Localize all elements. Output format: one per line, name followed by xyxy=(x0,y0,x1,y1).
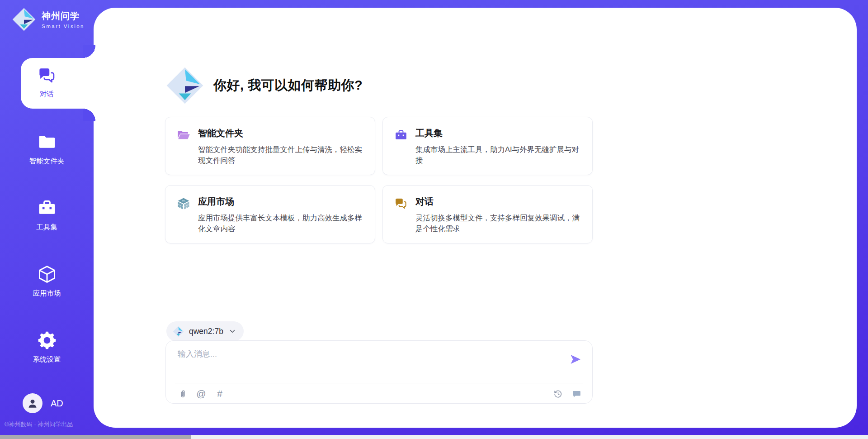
gear-icon xyxy=(37,330,57,350)
brand-text: 神州问学 Smart Vision xyxy=(42,10,85,29)
sidebar-item-label: 系统设置 xyxy=(33,355,61,364)
card-body: 对话 灵活切换多模型文件，支持多样回复效果调试，满足个性化需求 xyxy=(415,196,581,243)
attachment-button[interactable] xyxy=(178,389,188,399)
sidebar: 神州问学 Smart Vision 对话 智能文件夹 工具集 应用市场 系统设置 xyxy=(0,0,94,439)
active-tab-fillet-top xyxy=(83,45,95,58)
chevron-down-icon xyxy=(228,327,236,335)
card-title: 工具集 xyxy=(415,127,581,139)
app-root: 神州问学 Smart Vision 对话 智能文件夹 工具集 应用市场 系统设置 xyxy=(0,0,868,439)
composer-tools-left: @ # xyxy=(178,389,225,399)
sidebar-item-label: 应用市场 xyxy=(33,289,61,298)
brand-subtitle: Smart Vision xyxy=(42,24,85,29)
chat-bubble-icon xyxy=(572,389,581,399)
logo-diamond-icon xyxy=(12,7,36,32)
card-description: 灵活切换多模型文件，支持多样回复效果调试，满足个性化需求 xyxy=(415,212,581,234)
history-icon xyxy=(553,389,563,399)
chat-bubble-button[interactable] xyxy=(571,389,581,399)
brand-logo: 神州问学 Smart Vision xyxy=(12,7,85,32)
person-icon xyxy=(27,397,38,409)
toolbox-icon xyxy=(37,198,57,218)
sidebar-item-toolset[interactable]: 工具集 xyxy=(0,198,94,232)
toolbox-icon xyxy=(394,129,408,142)
sidebar-item-smart-folder[interactable]: 智能文件夹 xyxy=(0,132,94,166)
logo-diamond-icon xyxy=(173,326,184,337)
attachment-icon xyxy=(178,389,188,399)
folder-icon xyxy=(37,132,57,152)
hashtag-icon: # xyxy=(217,388,222,399)
send-icon xyxy=(569,353,582,366)
folder-open-icon xyxy=(177,129,190,142)
avatar xyxy=(23,393,42,413)
history-button[interactable] xyxy=(553,389,563,399)
card-description: 应用市场提供丰富长文本模板，助力高效生成多样化文章内容 xyxy=(198,212,364,234)
card-smart-folder[interactable]: 智能文件夹 智能文件夹功能支持批量文件上传与清洗，轻松实现文件问答 xyxy=(165,117,375,175)
cube-icon xyxy=(37,264,57,284)
composer-tools-right xyxy=(553,389,581,399)
sidebar-item-chat[interactable]: 对话 xyxy=(0,66,94,99)
mention-icon: @ xyxy=(196,388,206,399)
card-toolset[interactable]: 工具集 集成市场上主流工具，助力AI与外界无缝扩展与对接 xyxy=(382,117,593,175)
card-body: 应用市场 应用市场提供丰富长文本模板，助力高效生成多样化文章内容 xyxy=(198,196,364,243)
greeting-text: 你好, 我可以如何帮助你? xyxy=(213,76,363,95)
composer-toolbar: @ # xyxy=(178,389,581,399)
message-composer: @ # xyxy=(165,340,593,404)
sidebar-item-app-market[interactable]: 应用市场 xyxy=(0,264,94,298)
copyright-text: ©神州数码 · 神州问学出品 xyxy=(5,420,73,429)
card-body: 工具集 集成市场上主流工具，助力AI与外界无缝扩展与对接 xyxy=(415,127,581,175)
user-initials: AD xyxy=(51,398,63,409)
feature-cards: 智能文件夹 智能文件夹功能支持批量文件上传与清洗，轻松实现文件问答 工具集 集成… xyxy=(165,117,593,243)
sidebar-item-label: 工具集 xyxy=(36,223,57,232)
message-input[interactable] xyxy=(178,348,562,375)
cube-grid-icon xyxy=(177,197,190,210)
horizontal-scrollbar[interactable] xyxy=(0,435,868,439)
model-name: qwen2:7b xyxy=(189,327,223,336)
active-tab-fillet-bottom xyxy=(83,109,95,121)
card-body: 智能文件夹 智能文件夹功能支持批量文件上传与清洗，轻松实现文件问答 xyxy=(198,127,364,175)
chat-icon xyxy=(394,197,408,210)
mention-button[interactable]: @ xyxy=(196,389,206,399)
greeting-block: 你好, 我可以如何帮助你? xyxy=(165,66,363,105)
hashtag-button[interactable]: # xyxy=(215,389,225,399)
card-description: 集成市场上主流工具，助力AI与外界无缝扩展与对接 xyxy=(415,144,581,166)
chat-icon xyxy=(38,66,57,85)
card-chat[interactable]: 对话 灵活切换多模型文件，支持多样回复效果调试，满足个性化需求 xyxy=(382,185,593,243)
sidebar-item-system-settings[interactable]: 系统设置 xyxy=(0,330,94,364)
user-profile[interactable]: AD xyxy=(23,393,63,413)
card-title: 智能文件夹 xyxy=(198,127,364,139)
card-title: 应用市场 xyxy=(198,196,364,208)
sidebar-item-label: 智能文件夹 xyxy=(29,157,65,166)
card-description: 智能文件夹功能支持批量文件上传与清洗，轻松实现文件问答 xyxy=(198,144,364,166)
composer-divider xyxy=(175,383,583,383)
model-selector[interactable]: qwen2:7b xyxy=(166,321,244,341)
card-title: 对话 xyxy=(415,196,581,208)
send-button[interactable] xyxy=(569,353,582,366)
card-app-market[interactable]: 应用市场 应用市场提供丰富长文本模板，助力高效生成多样化文章内容 xyxy=(165,185,375,243)
brand-name: 神州问学 xyxy=(42,10,85,22)
scrollbar-thumb[interactable] xyxy=(0,435,191,439)
logo-diamond-icon xyxy=(165,66,204,105)
sidebar-item-label: 对话 xyxy=(40,90,54,99)
